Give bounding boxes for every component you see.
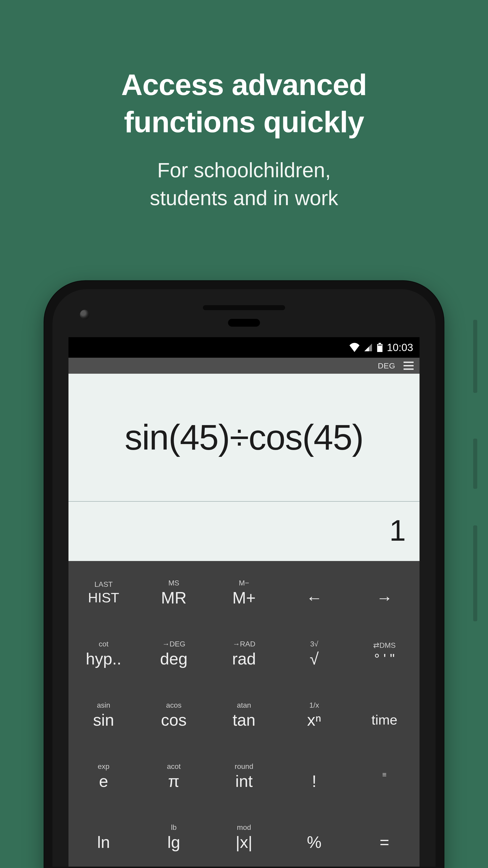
key-power[interactable]: 1/x xⁿ: [279, 683, 350, 744]
key-equals[interactable]: =: [349, 805, 420, 867]
key-deg[interactable]: →DEG deg: [139, 622, 209, 683]
key-alt: MS: [168, 577, 179, 587]
wifi-icon: [350, 343, 359, 352]
key-alt: round: [235, 761, 253, 771]
key-alt: ⇄DMS: [373, 640, 396, 650]
camera-icon: [80, 310, 90, 319]
key-percent[interactable]: %: [279, 805, 350, 867]
hero-sub-line1: For schoolchildren,: [0, 156, 488, 184]
cell-signal-icon: [364, 343, 373, 352]
svg-rect-1: [379, 343, 381, 344]
key-alt: lb: [171, 822, 177, 832]
key-main: lg: [167, 834, 180, 850]
key-alt: LAST: [95, 579, 113, 589]
key-main: MR: [161, 590, 187, 606]
phone-frame: 10:03 DEG sin(45)÷cos(45) 1 LAST: [44, 281, 444, 868]
key-main: xⁿ: [307, 712, 321, 728]
arrow-right-icon: →: [376, 590, 393, 606]
key-hyp[interactable]: cot hyp..: [68, 622, 139, 683]
key-main: %: [307, 834, 322, 850]
key-main: tan: [233, 712, 255, 728]
key-main: ° ' ": [374, 652, 395, 665]
promo-hero: Access advanced functions quickly For sc…: [0, 0, 488, 212]
phone-side-button: [473, 525, 477, 621]
app-bar: DEG: [68, 358, 420, 374]
key-tan[interactable]: atan tan: [209, 683, 279, 744]
angle-mode-indicator[interactable]: DEG: [378, 361, 395, 370]
proximity-icon: [228, 319, 260, 327]
phone-bezel: 10:03 DEG sin(45)÷cos(45) 1 LAST: [53, 289, 435, 867]
key-mr[interactable]: MS MR: [139, 561, 209, 622]
key-lg[interactable]: lb lg: [139, 805, 209, 867]
key-alt: 3√: [310, 638, 318, 648]
key-identical[interactable]: ≡: [349, 744, 420, 806]
key-sin[interactable]: asin sin: [68, 683, 139, 744]
hero-title-line2: functions quickly: [0, 103, 488, 141]
hero-subtitle: For schoolchildren, students and in work: [0, 156, 488, 212]
key-e[interactable]: exp e: [68, 744, 139, 806]
key-main: √: [310, 651, 319, 667]
key-main: time: [371, 713, 397, 727]
key-alt: atan: [237, 700, 251, 710]
battery-icon: [377, 343, 383, 352]
phone-side-button: [473, 320, 477, 393]
result-display: 1: [68, 502, 420, 561]
key-factorial[interactable]: !: [279, 744, 350, 806]
key-main: e: [99, 773, 108, 789]
key-main: =: [380, 834, 389, 850]
expression-display[interactable]: sin(45)÷cos(45): [68, 374, 420, 502]
calculator-app: DEG sin(45)÷cos(45) 1 LAST HIST: [68, 358, 420, 867]
arrow-left-icon: ←: [306, 590, 323, 606]
key-sqrt[interactable]: 3√ √: [279, 622, 350, 683]
key-alt: →DEG: [162, 638, 185, 648]
speaker-icon: [203, 305, 285, 310]
svg-rect-2: [378, 345, 382, 345]
key-main: π: [168, 773, 180, 789]
key-ln[interactable]: ln: [68, 805, 139, 867]
key-left[interactable]: ←: [279, 561, 350, 622]
key-main: cos: [161, 712, 187, 728]
key-alt: 1/x: [309, 700, 319, 710]
key-mplus[interactable]: M− M+: [209, 561, 279, 622]
display-area: sin(45)÷cos(45) 1: [68, 374, 420, 561]
hero-title: Access advanced functions quickly: [0, 66, 488, 141]
phone-side-button: [473, 439, 477, 489]
key-alt: asin: [97, 700, 110, 710]
status-bar: 10:03: [68, 337, 420, 358]
key-dms[interactable]: ⇄DMS ° ' ": [349, 622, 420, 683]
key-pi[interactable]: acot π: [139, 744, 209, 806]
hero-title-line1: Access advanced: [0, 66, 488, 103]
phone-sensors: [53, 289, 435, 337]
key-main: hyp..: [86, 651, 122, 667]
device-screen: 10:03 DEG sin(45)÷cos(45) 1 LAST: [68, 337, 420, 867]
menu-icon[interactable]: [403, 362, 414, 370]
key-main: rad: [232, 651, 256, 667]
key-rad[interactable]: →RAD rad: [209, 622, 279, 683]
key-main: int: [235, 773, 253, 789]
key-alt: acos: [166, 700, 182, 710]
key-time[interactable]: time: [349, 683, 420, 744]
hero-sub-line2: students and in work: [0, 184, 488, 212]
key-main: HIST: [88, 591, 119, 604]
key-main: ln: [97, 834, 110, 850]
key-abs[interactable]: mod |x|: [209, 805, 279, 867]
key-cos[interactable]: acos cos: [139, 683, 209, 744]
keypad: LAST HIST MS MR M− M+ ←: [68, 561, 420, 867]
key-main: M+: [232, 590, 256, 606]
status-time: 10:03: [387, 341, 413, 353]
key-alt: ≡: [382, 769, 387, 779]
key-main: deg: [160, 651, 187, 667]
key-main: sin: [93, 712, 114, 728]
key-main: |x|: [235, 834, 252, 850]
key-alt: cot: [99, 638, 108, 648]
key-main: !: [312, 773, 317, 789]
key-alt: acot: [167, 761, 181, 771]
key-hist[interactable]: LAST HIST: [68, 561, 139, 622]
key-alt: mod: [237, 822, 251, 832]
key-right[interactable]: →: [349, 561, 420, 622]
key-alt: →RAD: [233, 638, 255, 648]
key-int[interactable]: round int: [209, 744, 279, 806]
key-alt: M−: [239, 577, 249, 587]
key-alt: exp: [98, 761, 109, 771]
